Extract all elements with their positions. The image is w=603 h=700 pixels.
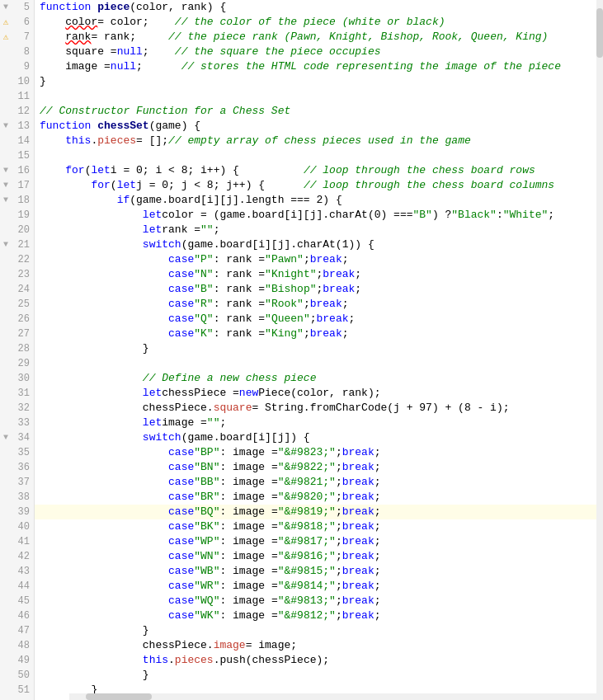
code-line-48: chessPiece.image = image;	[35, 638, 603, 653]
line-num-19: 19	[12, 208, 33, 223]
gutter-row-39: 39	[0, 505, 34, 519]
gutter-row-40: 40	[0, 519, 34, 534]
code-line-9: image = null; // stores the HTML code re…	[35, 59, 603, 74]
fold-btn-20	[0, 224, 12, 236]
line-num-17: 17	[12, 178, 33, 193]
gutter-row-9: 9	[0, 59, 34, 74]
fold-btn-18[interactable]: ▼	[0, 195, 12, 206]
code-line-33: let image = "";	[35, 416, 603, 430]
fold-btn-19	[0, 209, 12, 221]
fold-btn-34[interactable]: ▼	[0, 432, 12, 444]
gutter-row-30: 30	[0, 371, 34, 386]
code-line-41: case "WP" : image = "&#9817;"; break;	[35, 534, 603, 549]
code-line-47: }	[35, 623, 603, 638]
gutter-row-31: 31	[0, 386, 34, 401]
gutter-row-8: 8	[0, 45, 34, 59]
gutter-row-29: 29	[0, 356, 34, 371]
code-area: function piece(color, rank) { color = co…	[35, 0, 603, 700]
code-line-35: case "BP" : image = "&#9823;"; break;	[35, 445, 603, 460]
gutter-row-50: 50	[0, 668, 34, 683]
gutter-row-6: ⚠ 6	[0, 15, 34, 30]
gutter-row-47: 47	[0, 623, 34, 638]
line-num-20: 20	[12, 223, 33, 237]
code-line-45: case "WQ" : image = "&#9813;"; break;	[35, 594, 603, 608]
gutter-row-23: 23	[0, 267, 34, 282]
gutter-row-17: ▼ 17	[0, 178, 34, 193]
code-line-13: function chessSet(game) {	[35, 119, 603, 134]
gutter-row-33: 33	[0, 416, 34, 430]
code-line-15	[35, 148, 603, 163]
code-line-5: function piece(color, rank) {	[35, 0, 603, 15]
code-line-49: this.pieces.push(chessPiece);	[35, 653, 603, 668]
gutter-row-11: 11	[0, 89, 34, 104]
gutter-row-43: 43	[0, 564, 34, 579]
gutter: ▼ 5 ⚠ 6 ⚠ 7 8 9 10	[0, 0, 35, 700]
gutter-row-35: 35	[0, 445, 34, 460]
line-num-18: 18	[12, 193, 33, 208]
code-line-11	[35, 89, 603, 104]
gutter-row-45: 45	[0, 594, 34, 608]
code-line-21: switch (game.board[i][j].charAt(1)) {	[35, 237, 603, 252]
gutter-row-15: 15	[0, 148, 34, 163]
line-num-8: 8	[12, 45, 33, 59]
line-num-9: 9	[12, 59, 33, 74]
gutter-row-41: 41	[0, 534, 34, 549]
gutter-row-19: 19	[0, 208, 34, 223]
fold-btn-13[interactable]: ▼	[0, 120, 12, 132]
code-line-40: case "BK" : image = "&#9818;"; break;	[35, 519, 603, 534]
line-num-21: 21	[12, 237, 33, 252]
fold-btn-9	[0, 61, 12, 73]
code-line-16: for (let i = 0; i < 8; i++) { // loop th…	[35, 163, 603, 178]
code-line-6: color = color; // the color of the piece…	[35, 15, 603, 30]
code-line-18: if (game.board[i][j].length === 2) {	[35, 193, 603, 208]
gutter-row-37: 37	[0, 475, 34, 490]
horizontal-scrollbar[interactable]	[69, 693, 596, 700]
fold-btn-10	[0, 76, 12, 87]
token-funcname: piece	[97, 0, 130, 15]
fold-btn-21[interactable]: ▼	[0, 239, 12, 251]
fold-btn-14	[0, 135, 12, 147]
code-line-20: let rank = "";	[35, 223, 603, 237]
fold-btn-17[interactable]: ▼	[0, 180, 12, 191]
gutter-row-46: 46	[0, 608, 34, 623]
code-line-29	[35, 356, 603, 371]
gutter-row-42: 42	[0, 549, 34, 564]
gutter-row-27: 27	[0, 327, 34, 341]
fold-btn-15	[0, 150, 12, 162]
scrollbar-thumb[interactable]	[596, 8, 603, 58]
code-line-31: let chessPiece = new Piece(color, rank);	[35, 386, 603, 401]
gutter-row-38: 38	[0, 490, 34, 505]
code-line-7: rank = rank; // the piece rank (Pawn, Kn…	[35, 30, 603, 45]
code-line-43: case "WB" : image = "&#9815;"; break;	[35, 564, 603, 579]
line-num-15: 15	[12, 148, 33, 163]
fold-btn-16[interactable]: ▼	[0, 165, 12, 176]
code-line-38: case "BR" : image = "&#9820;"; break;	[35, 490, 603, 505]
code-line-24: case "B" : rank = "Bishop"; break;	[35, 282, 603, 297]
gutter-row-18: ▼ 18	[0, 193, 34, 208]
gutter-row-28: 28	[0, 341, 34, 356]
code-editor: ▼ 5 ⚠ 6 ⚠ 7 8 9 10	[0, 0, 603, 700]
gutter-row-36: 36	[0, 460, 34, 475]
line-num-14: 14	[12, 134, 33, 148]
line-num-10: 10	[12, 74, 33, 89]
line-num-16: 16	[12, 163, 33, 178]
gutter-row-32: 32	[0, 401, 34, 416]
gutter-row-13: ▼ 13	[0, 119, 34, 134]
h-scrollbar-thumb[interactable]	[86, 693, 152, 700]
gutter-row-20: 20	[0, 223, 34, 237]
code-line-26: case "Q" : rank = "Queen"; break;	[35, 312, 603, 327]
code-line-50: }	[35, 668, 603, 683]
line-num-11: 11	[12, 89, 33, 104]
code-line-12: // Constructor Function for a Chess Set	[35, 104, 603, 119]
gutter-row-14: 14	[0, 134, 34, 148]
fold-btn-12	[0, 106, 12, 117]
code-line-28: }	[35, 341, 603, 356]
gutter-row-51: 51	[0, 683, 34, 698]
fold-btn-5[interactable]: ▼	[0, 2, 12, 13]
gutter-row-25: 25	[0, 297, 34, 312]
token-function: function	[40, 0, 91, 15]
code-line-32: chessPiece.square = String.fromCharCode(…	[35, 401, 603, 416]
code-line-39: case "BQ" : image = "&#9819;"; break;	[35, 505, 603, 519]
vertical-scrollbar[interactable]	[596, 0, 603, 700]
gutter-row-22: 22	[0, 252, 34, 267]
